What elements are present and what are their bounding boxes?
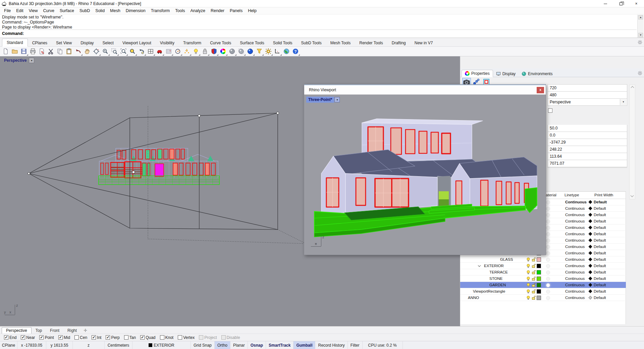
checkbox-icon[interactable]: ✓ <box>58 335 63 340</box>
viewport-title[interactable]: Perspective <box>2 57 29 63</box>
point-icon[interactable] <box>183 48 191 55</box>
menu-tools[interactable]: Tools <box>172 8 187 14</box>
toolbar-tab-drafting[interactable]: Drafting <box>387 39 410 47</box>
viewport-tab-front[interactable]: Front <box>46 328 63 334</box>
layer-material-dot[interactable] <box>546 239 550 243</box>
status-exterior[interactable]: EXTERIOR <box>132 341 191 349</box>
checkbox-icon[interactable]: ✓ <box>74 335 79 340</box>
layer-row-stone[interactable]: STONEContinuousDefault <box>460 276 626 282</box>
menu-surface[interactable]: Surface <box>57 8 77 14</box>
panel-gear-icon[interactable] <box>637 70 643 76</box>
layer-row-anno[interactable]: ANNOContinuousDefault <box>460 295 626 301</box>
checkbox-icon[interactable]: ✓ <box>221 335 226 340</box>
options-icon[interactable] <box>265 48 272 55</box>
scroll-up-icon[interactable] <box>631 86 634 90</box>
status-y-1613-55[interactable]: y 1613.55 <box>46 341 73 349</box>
layer-material-dot[interactable] <box>546 232 550 236</box>
layer-material-dot[interactable] <box>546 226 550 230</box>
status-x-17833-05[interactable]: x -17833.05 <box>17 341 46 349</box>
checkbox-icon[interactable]: ✓ <box>199 335 203 340</box>
undo-view-icon[interactable] <box>138 48 145 55</box>
layer-linetype[interactable]: Continuous <box>565 219 585 223</box>
osnap-vertex[interactable]: ✓Vertex <box>178 335 195 340</box>
toolbar-tab-select[interactable]: Select <box>98 39 118 47</box>
toolbar-tab-mesh-tools[interactable]: Mesh Tools <box>326 39 355 47</box>
scroll-down-icon[interactable] <box>631 194 634 197</box>
menu-dimension[interactable]: Dimension <box>123 8 148 14</box>
layer-material-dot[interactable] <box>546 213 550 217</box>
layer-print-width[interactable]: Default <box>594 283 606 287</box>
layer-linetype[interactable]: Continuous <box>565 296 585 300</box>
menu-help[interactable]: Help <box>245 8 259 14</box>
render-icon[interactable] <box>229 48 236 55</box>
close-button[interactable]: × <box>629 0 644 7</box>
floating-window-close-button[interactable]: x <box>537 87 544 93</box>
layer-linetype[interactable]: Continuous <box>565 283 585 287</box>
view-dropdown-icon[interactable]: ▼ <box>334 97 340 102</box>
toolbar-tab-subd-tools[interactable]: SubD Tools <box>297 39 326 47</box>
osnap-int[interactable]: ✓Int <box>92 335 101 340</box>
layer-color-swatch[interactable] <box>537 296 541 300</box>
menu-mesh[interactable]: Mesh <box>107 8 123 14</box>
column-linetype[interactable]: Linetype <box>565 193 579 197</box>
layer-color-swatch[interactable] <box>537 257 541 262</box>
layer-linetype[interactable]: Continuous <box>565 270 585 274</box>
viewport-tab-perspective[interactable]: Perspective <box>2 327 32 334</box>
osnap-end[interactable]: ✓End <box>4 335 16 340</box>
pan-icon[interactable] <box>84 48 91 55</box>
layer-material-dot[interactable] <box>546 219 550 223</box>
layer-material-dot[interactable] <box>546 251 550 255</box>
save-icon[interactable] <box>20 48 28 55</box>
layer-print-width[interactable]: Default <box>594 206 606 210</box>
copy-icon[interactable] <box>57 48 64 55</box>
locked-checkbox[interactable] <box>548 108 552 113</box>
open-file-icon[interactable] <box>11 48 18 55</box>
scroll-down-icon[interactable]: ▼ <box>638 33 643 37</box>
new-viewport-icon[interactable]: ✛ <box>81 328 90 334</box>
layer-linetype[interactable]: Continuous <box>565 206 585 210</box>
layer-linetype[interactable]: Continuous <box>565 277 585 281</box>
checkbox-icon[interactable]: ✓ <box>140 335 145 340</box>
layer-print-width[interactable]: Default <box>594 257 606 261</box>
osnap-quad[interactable]: ✓Quad <box>140 335 155 340</box>
shield-icon[interactable] <box>211 48 218 55</box>
osnap-point[interactable]: ✓Point <box>39 335 54 340</box>
menu-subd[interactable]: SubD <box>77 8 93 14</box>
gumball-icon[interactable] <box>274 48 281 55</box>
render-blue-icon[interactable] <box>247 48 254 55</box>
layer-color-swatch[interactable] <box>537 289 541 294</box>
status-centimeters[interactable]: Centimeters <box>105 341 132 349</box>
command-history[interactable]: Display mode set to "Wireframe".Command:… <box>0 14 637 30</box>
menu-render[interactable]: Render <box>208 8 227 14</box>
toolbar-tab-display[interactable]: Display <box>76 39 98 47</box>
layer-color-swatch[interactable] <box>537 277 541 281</box>
status-filter[interactable]: Filter <box>348 341 363 349</box>
new-file-icon[interactable] <box>2 48 9 55</box>
layer-visibility-bulb-icon[interactable] <box>526 263 531 268</box>
command-area[interactable]: Display mode set to "Wireframe".Command:… <box>0 14 644 38</box>
layer-material-dot[interactable] <box>546 264 550 268</box>
checkbox-icon[interactable]: ✓ <box>39 335 44 340</box>
undo-icon[interactable] <box>75 48 82 55</box>
zoom-window-icon[interactable] <box>111 48 118 55</box>
viewport-tab-right[interactable]: Right <box>63 328 81 334</box>
osnap-cen[interactable]: ✓Cen <box>74 335 87 340</box>
layer-lock-icon[interactable] <box>531 283 536 287</box>
menu-panels[interactable]: Panels <box>227 8 245 14</box>
layer-material-dot[interactable] <box>546 200 550 204</box>
layer-linetype[interactable]: Continuous <box>565 213 585 217</box>
layer-print-width[interactable]: Default <box>594 245 606 249</box>
menu-curve[interactable]: Curve <box>41 8 57 14</box>
checkbox-icon[interactable]: ✓ <box>124 335 128 340</box>
camera-value-field[interactable]: 7071.07 <box>547 160 627 167</box>
viewport-layout-icon[interactable] <box>147 48 154 55</box>
layer-lock-icon[interactable] <box>531 257 536 262</box>
zoom-selected-icon[interactable] <box>129 48 136 55</box>
layer-row-garden[interactable]: GARDENContinuousDefault <box>460 282 626 288</box>
render-preview-icon[interactable] <box>238 48 245 55</box>
camera-value-field[interactable]: 248.22 <box>547 146 627 153</box>
toolbar-gear-icon[interactable] <box>637 40 643 45</box>
camera-value-field[interactable]: 50.0 <box>547 125 627 132</box>
status-osnap[interactable]: Osnap <box>248 341 266 349</box>
layer-material-dot[interactable] <box>546 258 550 262</box>
